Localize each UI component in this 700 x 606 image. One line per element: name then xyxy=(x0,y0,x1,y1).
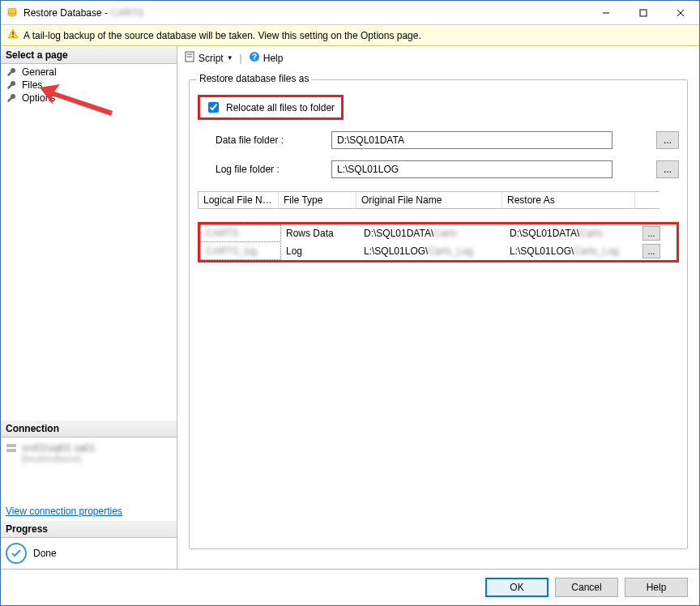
cell-type: Rows Data xyxy=(281,225,359,241)
server-icon xyxy=(6,442,17,456)
data-folder-input[interactable] xyxy=(331,131,612,149)
relocate-checkbox-row[interactable]: Relocate all files to folder xyxy=(202,98,338,117)
dialog-footer: OK Cancel Help xyxy=(1,569,699,605)
table-row[interactable]: CARTS Rows Data D:\SQL01DATA\Carts D:\SQ… xyxy=(200,224,677,242)
table-row[interactable]: CARTS_log Log L:\SQL01LOG\Carts_Log L:\S… xyxy=(200,242,677,260)
select-page-header: Select a page xyxy=(1,46,177,64)
cell-restore-prefix: L:\SQL01LOG\ xyxy=(510,245,574,257)
left-pane: Select a page General Files xyxy=(1,46,177,569)
svg-rect-8 xyxy=(6,449,16,452)
script-button[interactable]: Script xyxy=(198,53,224,64)
th-logical[interactable]: Logical File Name xyxy=(198,191,279,209)
window-title-dbname: CARTS xyxy=(111,7,143,19)
page-item-general[interactable]: General xyxy=(1,66,177,79)
group-legend: Restore database files as xyxy=(196,73,312,84)
data-folder-label: Data file folder : xyxy=(198,134,323,146)
progress-done-icon xyxy=(6,543,27,564)
page-item-label: Files xyxy=(22,79,42,91)
script-dropdown-icon[interactable]: ▼ xyxy=(227,54,233,62)
svg-rect-7 xyxy=(6,444,16,447)
log-folder-row: Log file folder : ... xyxy=(198,160,679,178)
log-folder-label: Log file folder : xyxy=(198,164,323,175)
dialog-body: Select a page General Files xyxy=(1,46,699,569)
right-pane: Script ▼ | ? Help Restore database files… xyxy=(177,46,699,569)
log-folder-input[interactable] xyxy=(331,160,612,178)
view-connection-properties-link[interactable]: View connection properties xyxy=(1,502,177,520)
page-item-label: General xyxy=(22,66,57,78)
progress-header: Progress xyxy=(1,520,177,538)
svg-point-6 xyxy=(12,36,14,37)
cancel-button[interactable]: Cancel xyxy=(555,578,618,597)
page-item-files[interactable]: Files xyxy=(1,79,177,92)
cell-original-prefix: L:\SQL01LOG\ xyxy=(364,245,428,257)
warning-bar: A tail-log backup of the source database… xyxy=(1,25,699,46)
relocate-checkbox[interactable] xyxy=(208,102,219,113)
connection-detail: [local\instance] xyxy=(22,454,96,463)
file-table-header: Logical File Name File Type Original Fil… xyxy=(198,191,679,209)
svg-rect-2 xyxy=(640,10,647,16)
progress-status: Done xyxy=(33,548,57,559)
maximize-button[interactable] xyxy=(625,1,662,25)
toolbar: Script ▼ | ? Help xyxy=(177,46,699,70)
warning-icon xyxy=(7,28,19,42)
cell-type: Log xyxy=(281,243,359,259)
close-button[interactable] xyxy=(662,1,699,25)
relocate-label: Relocate all files to folder xyxy=(226,102,335,113)
data-folder-row: Data file folder : ... xyxy=(198,131,679,149)
minimize-button[interactable] xyxy=(587,1,625,25)
data-folder-browse-button[interactable]: ... xyxy=(656,131,679,149)
connection-body: srv01\sql01 sa01 [local\instance] xyxy=(1,437,177,502)
restore-database-window: Restore Database - CARTS A tail-log back… xyxy=(0,0,700,606)
titlebar: Restore Database - CARTS xyxy=(1,1,699,25)
wrench-icon xyxy=(6,66,17,78)
warning-text: A tail-log backup of the source database… xyxy=(23,30,421,41)
connection-header: Connection xyxy=(1,420,177,437)
app-icon xyxy=(6,6,19,19)
window-title: Restore Database - xyxy=(23,7,108,19)
th-restore[interactable]: Restore As xyxy=(502,191,635,209)
row-browse-button[interactable]: ... xyxy=(642,244,660,258)
connection-server: srv01\sql01 sa01 xyxy=(22,442,96,454)
page-list: General Files Options xyxy=(1,64,177,106)
page-item-options[interactable]: Options xyxy=(1,92,177,105)
th-original[interactable]: Original File Name xyxy=(356,191,502,209)
help-button[interactable]: Help xyxy=(263,53,284,64)
relocate-callout: Relocate all files to folder xyxy=(198,95,344,120)
row-browse-button[interactable]: ... xyxy=(642,226,660,241)
page-item-label: Options xyxy=(22,92,55,104)
file-table-callout: CARTS Rows Data D:\SQL01DATA\Carts D:\SQ… xyxy=(198,222,679,262)
th-type[interactable]: File Type xyxy=(279,191,356,209)
cell-original-prefix: D:\SQL01DATA\ xyxy=(364,228,433,239)
restore-files-group: Restore database files as Relocate all f… xyxy=(189,79,688,549)
script-icon xyxy=(184,51,195,65)
content-area: Restore database files as Relocate all f… xyxy=(177,70,699,569)
help-icon: ? xyxy=(249,51,260,65)
cell-logical: CARTS xyxy=(206,228,238,239)
svg-text:?: ? xyxy=(252,53,257,62)
ok-button[interactable]: OK xyxy=(485,578,548,597)
wrench-icon xyxy=(6,79,17,91)
wrench-icon xyxy=(6,92,17,104)
cell-logical: CARTS_log xyxy=(206,245,257,257)
log-folder-browse-button[interactable]: ... xyxy=(656,160,679,178)
cell-restore-prefix: D:\SQL01DATA\ xyxy=(510,228,579,239)
progress-body: Done xyxy=(1,538,177,569)
help-button-footer[interactable]: Help xyxy=(625,578,688,597)
